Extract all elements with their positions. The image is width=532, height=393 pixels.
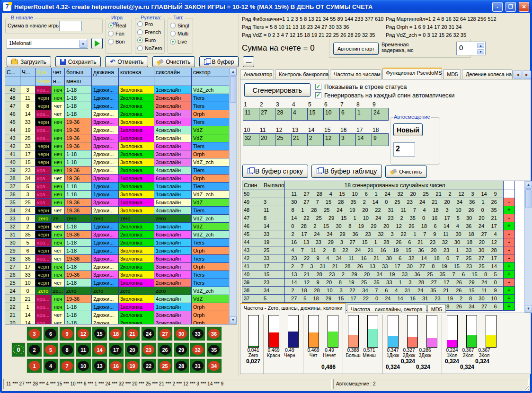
checkbox-auto-generate[interactable]: ✓ Генерировать на каждый спин автоматиче… [315, 92, 455, 99]
roulette-cell-19[interactable]: 19 [124, 358, 140, 373]
table-row[interactable]: 50112728415106124322025212123149 [242, 190, 524, 198]
scroll-thumb[interactable] [525, 189, 532, 208]
roulette-cell-22[interactable]: 22 [141, 358, 157, 373]
table-row[interactable]: 2836кра...чет19-363дюжи...3колонка6сиксл… [5, 255, 229, 263]
autoshift-value[interactable]: 2 [393, 142, 415, 157]
table-row[interactable]: 2114кра...чет1-182дюжи...2колонка3сиксла… [5, 311, 229, 319]
play-button[interactable] [91, 38, 103, 49]
table-row[interactable]: 4811черннеч1-181дюжи...2колонка2сикслайн… [5, 94, 229, 102]
tabs-scroll-left-icon[interactable]: ◄ [514, 70, 522, 79]
buffer-row-button[interactable]: В буфер строку [242, 165, 308, 178]
table-row[interactable]: 375кра...неч1-181дюжи...2колонка1сикслай… [5, 183, 229, 191]
profile-combobox[interactable]: 1Melonati ▼ [7, 39, 88, 49]
roulette-cell-2[interactable]: 2 [27, 342, 42, 357]
tab-2[interactable]: Контроль банкролла [275, 70, 329, 79]
delay-spinner[interactable]: 0 ▲▼ [456, 42, 486, 55]
roulette-cell-30[interactable]: 30 [174, 326, 189, 341]
table-row[interactable]: 2717черннеч1-182дюжи...2колонка3сикслайн… [5, 263, 229, 271]
radio-live[interactable]: Live [170, 37, 189, 45]
roulette-cell-18[interactable]: 18 [108, 326, 124, 341]
radio-nozero[interactable]: NoZero [137, 44, 162, 52]
load-button[interactable]: Загрузить [7, 56, 51, 67]
roulette-cell-9[interactable]: 9 [59, 326, 75, 341]
table-row[interactable]: 3923кра...неч19-362дюжи...2колонка4сиксл… [5, 166, 229, 175]
roulette-cell-13[interactable]: 13 [92, 358, 107, 373]
table-row[interactable]: 2321кра...неч19-362дюжи...3колонка4сиксл… [5, 295, 229, 303]
table-row[interactable]: 46140282153081929201226186144362417+ [242, 222, 524, 230]
table-row[interactable]: 3135черннеч19-363дюжи...2колонка6сикслай… [5, 231, 229, 239]
table-row[interactable]: 43254711282224211619153620231333028- [242, 246, 524, 254]
roulette-cell-1[interactable]: 1 [27, 358, 42, 373]
table-row[interactable]: 3834218281032234764312435212615119+ [242, 287, 524, 295]
spin-down-icon[interactable]: ▼ [477, 49, 484, 54]
table-row[interactable]: 4614кра...чет1-182дюжи...2колонка3сиксла… [5, 110, 229, 118]
save-button[interactable]: Сохранить [55, 56, 101, 67]
right-table-scrollbar[interactable]: ▲ ▼ [524, 181, 532, 313]
table-row[interactable]: 4419кра...неч19-362дюжи...1колонка4сиксл… [5, 126, 229, 134]
minimize-button[interactable]: - [492, 2, 503, 12]
left-table-scrollbar[interactable]: ▲ ▼ [229, 68, 237, 324]
radio-french[interactable]: French [137, 28, 162, 36]
roulette-cell-33[interactable]: 33 [190, 326, 205, 341]
table-row[interactable]: 4811812825241920223111741831026035+ [242, 206, 524, 214]
table-row[interactable]: 49330277152835214025232421203436126- [242, 198, 524, 206]
roulette-cell-31[interactable]: 31 [190, 358, 205, 373]
table-row[interactable]: 478чернчет1-181дюжи...2колонка2сикслайнT… [5, 102, 229, 110]
spin-up-icon[interactable]: ▲ [477, 43, 484, 48]
roulette-cell-10[interactable]: 10 [76, 358, 91, 373]
roulette-cell-25[interactable]: 25 [157, 358, 173, 373]
table-row[interactable]: 411727331212826133317302781915232514+ [242, 262, 524, 271]
table-row[interactable]: 4533217243429362332322179113018274- [242, 230, 524, 238]
roulette-cell-5[interactable]: 5 [43, 342, 59, 357]
roulette-cell-29[interactable]: 29 [174, 342, 189, 357]
autospin-start-button[interactable]: Автоспин старт [333, 43, 379, 55]
tab-5[interactable]: MD5 [443, 70, 461, 79]
radio-singl[interactable]: Singl [170, 21, 189, 29]
table-row[interactable]: 322чернчет1-181дюжи...2колонка1сикслайнV… [5, 223, 229, 231]
roulette-cell-20[interactable]: 20 [124, 342, 140, 357]
tab-6[interactable]: Деление колеса на [462, 70, 513, 79]
table-row[interactable]: 296чернчет1-181дюжи...3колонка1сикслайнO… [5, 247, 229, 255]
table-row[interactable]: 40151321282322920341933362535761585+ [242, 271, 524, 279]
spins-history-table[interactable]: С...Ч...Кра...четбольшдюжинаколонкасиксл… [5, 68, 237, 324]
scroll-up-icon[interactable]: ▲ [525, 181, 532, 189]
roulette-cell-27[interactable]: 27 [157, 326, 173, 341]
table-row[interactable]: 363кра...неч1-181дюжи...3колонка1сикслай… [5, 191, 229, 199]
clear-generated-button[interactable]: Очистить [385, 166, 427, 178]
tab-1[interactable]: Анализатор [240, 70, 274, 79]
scroll-down-icon[interactable]: ▼ [230, 316, 237, 324]
scroll-up-icon[interactable]: ▲ [230, 68, 237, 76]
radio-fan[interactable]: Fan [108, 29, 126, 37]
roulette-cell-21[interactable]: 21 [124, 326, 140, 341]
radio-pro[interactable]: Pro [137, 20, 162, 28]
table-row[interactable]: 4117черннеч1-182дюжи...2колонка3сикслайн… [5, 150, 229, 158]
roulette-cell-36[interactable]: 36 [206, 326, 222, 341]
table-row[interactable]: 4325кра...неч19-363дюжи...1колонка5сиксл… [5, 134, 229, 142]
table-row[interactable]: 221кра...неч1-181дюжи...1колонка1сикслай… [5, 303, 229, 311]
roulette-cell-24[interactable]: 24 [141, 326, 157, 341]
roulette-cell-32[interactable]: 32 [190, 342, 205, 357]
radio-bon[interactable]: Bon [108, 37, 126, 45]
roulette-cell-4[interactable]: 4 [43, 358, 59, 373]
begin-sum-input[interactable] [59, 21, 82, 31]
table-row[interactable]: 3424чернчет19-362дюжи...3колонка4сикслай… [5, 207, 229, 215]
new-button[interactable]: Новый [393, 123, 423, 136]
table-row[interactable]: 240zeroze...zerozerozerozeroVdZ_zch [5, 287, 229, 295]
combo-dropdown-icon[interactable]: ▼ [79, 40, 87, 48]
radio-multi[interactable]: Multi [170, 29, 189, 37]
roulette-cell-16[interactable]: 16 [108, 358, 124, 373]
undo-button[interactable]: ↶Отменить [105, 56, 148, 67]
roulette-zero-cell[interactable]: 0 [11, 342, 26, 357]
close-button[interactable]: ✕ [519, 2, 529, 12]
tabs-scroll-right-icon[interactable]: ► [523, 70, 531, 79]
table-row[interactable]: 493кра...неч1-181дюжи...3колонка1сикслай… [5, 86, 229, 94]
table-row[interactable]: 37527518291517220241416312319283010+ [242, 295, 524, 303]
roulette-cell-35[interactable]: 35 [206, 342, 222, 357]
table-row[interactable]: 330zeroze...zerozerozerozeroVdZ_zch [5, 215, 229, 223]
table-row[interactable]: 2510чернчет1-181дюжи...1колонка2сикслайн… [5, 279, 229, 287]
table-row[interactable]: 42332322943411162130632141807252717- [242, 254, 524, 262]
scroll-down-icon[interactable]: ▼ [525, 305, 532, 313]
generated-table[interactable]: СпинВыпало18 сгенерированных случайных ч… [242, 181, 532, 313]
roulette-cell-34[interactable]: 34 [206, 358, 222, 373]
table-row[interactable]: 3834кра...чет19-363дюжи...1колонка6сиксл… [5, 175, 229, 183]
